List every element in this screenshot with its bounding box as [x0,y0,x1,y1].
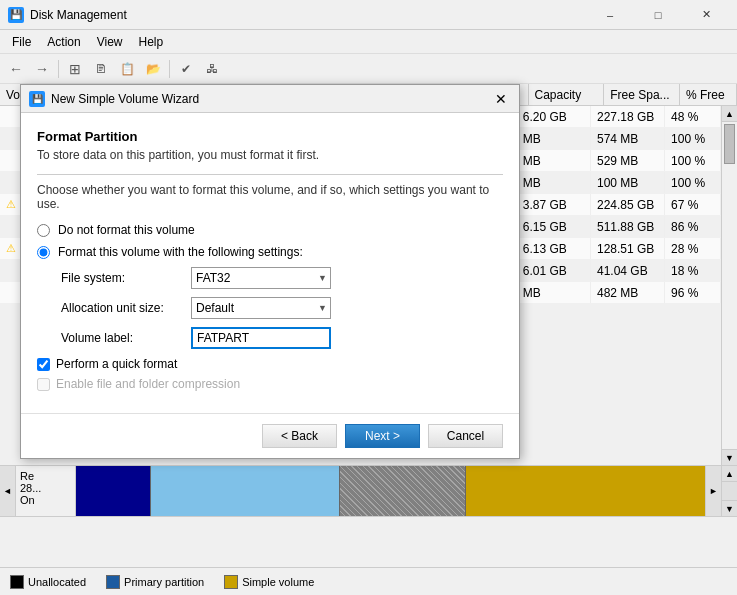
cell-pct: 86 % [665,216,721,237]
table-scrollbar[interactable]: ▲ ▼ [721,106,737,465]
cell-free: 529 MB [591,150,665,171]
legend-label-unallocated: Unallocated [28,576,86,588]
cell-free: 128.51 GB [591,238,665,259]
col-freespace[interactable]: Free Spa... [604,84,680,105]
cell-free: 574 MB [591,128,665,149]
cell-pct: 100 % [665,150,721,171]
app-title: Disk Management [30,8,587,22]
toolbar-btn6[interactable]: 🖧 [200,57,224,81]
scroll-track[interactable] [722,166,737,449]
disk-row: Re 28... On [16,466,705,516]
cell-pct: 48 % [665,106,721,127]
menu-action[interactable]: Action [39,33,88,51]
scroll-down-button[interactable]: ▼ [722,449,737,465]
cell-cap: MB [517,282,591,303]
disk-scroll-right[interactable]: ► [705,466,721,516]
disk-vscroll[interactable]: ▲ ▼ [721,466,737,516]
format-settings: File system: FAT32 NTFS exFAT Allocation… [61,267,503,349]
cell-pct: 96 % [665,282,721,303]
menu-file[interactable]: File [4,33,39,51]
cell-free: 227.18 GB [591,106,665,127]
allocation-select-wrapper: Default 512 1024 2048 4096 [191,297,331,319]
cell-pct: 28 % [665,238,721,259]
toolbar: ← → ⊞ 🖹 📋 📂 ✔ 🖧 [0,54,737,84]
disk-scroll-left[interactable]: ◄ [0,466,16,516]
back-button[interactable]: < Back [262,424,337,448]
radio-no-format-input[interactable] [37,224,50,237]
toolbar-back[interactable]: ← [4,57,28,81]
disk-partitions [76,466,705,516]
legend-simple: Simple volume [224,575,314,589]
cancel-button[interactable]: Cancel [428,424,503,448]
maximize-button[interactable]: □ [635,0,681,30]
col-pctfree[interactable]: % Free [680,84,737,105]
dialog-footer: < Back Next > Cancel [21,413,519,458]
disk-part-2 [151,466,340,516]
legend-unallocated: Unallocated [10,575,86,589]
legend-bar: Unallocated Primary partition Simple vol… [0,567,737,595]
legend-label-simple: Simple volume [242,576,314,588]
legend-box-primary [106,575,120,589]
toolbar-btn1[interactable]: ⊞ [63,57,87,81]
dialog-separator [37,174,503,175]
filesystem-select[interactable]: FAT32 NTFS exFAT [191,267,331,289]
dialog-header: Format Partition To store data on this p… [37,129,503,162]
warning-icon: ⚠ [6,198,16,211]
close-button[interactable]: ✕ [683,0,729,30]
compression-label: Enable file and folder compression [56,377,240,391]
radio-format-label[interactable]: Format this volume with the following se… [58,245,303,259]
toolbar-sep1 [58,60,59,78]
cell-pct: 100 % [665,172,721,193]
dialog-section-desc: To store data on this partition, you mus… [37,148,503,162]
toolbar-btn4[interactable]: 📂 [141,57,165,81]
col-capacity[interactable]: Capacity [529,84,605,105]
cell-free: 511.88 GB [591,216,665,237]
dialog-title: New Simple Volume Wizard [51,92,491,106]
toolbar-sep2 [169,60,170,78]
volume-label-label: Volume label: [61,331,191,345]
toolbar-btn2[interactable]: 🖹 [89,57,113,81]
app-icon: 💾 [8,7,24,23]
window-controls: – □ ✕ [587,0,729,30]
cell-free: 482 MB [591,282,665,303]
toolbar-btn3[interactable]: 📋 [115,57,139,81]
cell-cap: MB [517,128,591,149]
disk-vscroll-track[interactable] [722,482,737,500]
radio-no-format: Do not format this volume [37,223,503,237]
disk-info: 28... [20,482,71,494]
disk-name: Re [20,470,71,482]
warning-icon: ⚠ [6,242,16,255]
menu-view[interactable]: View [89,33,131,51]
disk-label: Re 28... On [16,466,76,516]
legend-box-unallocated [10,575,24,589]
dialog-title-bar: 💾 New Simple Volume Wizard ✕ [21,85,519,113]
cell-cap: 3.87 GB [517,194,591,215]
toolbar-btn5[interactable]: ✔ [174,57,198,81]
disk-vscroll-up[interactable]: ▲ [722,466,737,482]
disk-part-1 [76,466,151,516]
menu-help[interactable]: Help [131,33,172,51]
quick-format-checkbox[interactable] [37,358,50,371]
scroll-up-button[interactable]: ▲ [722,106,737,122]
legend-primary: Primary partition [106,575,204,589]
compression-row: Enable file and folder compression [37,377,503,391]
dialog-section-title: Format Partition [37,129,503,144]
scroll-thumb[interactable] [724,124,735,164]
menu-bar: File Action View Help [0,30,737,54]
next-button[interactable]: Next > [345,424,420,448]
cell-cap: 6.20 GB [517,106,591,127]
disk-area: ◄ Re 28... On ► [0,465,737,595]
cell-cap: 6.01 GB [517,260,591,281]
allocation-select[interactable]: Default 512 1024 2048 4096 [191,297,331,319]
volume-label-input[interactable] [191,327,331,349]
minimize-button[interactable]: – [587,0,633,30]
dialog-close-button[interactable]: ✕ [491,89,511,109]
compression-checkbox [37,378,50,391]
radio-format-input[interactable] [37,246,50,259]
disk-vscroll-down[interactable]: ▼ [722,500,737,516]
quick-format-label[interactable]: Perform a quick format [56,357,177,371]
radio-group: Do not format this volume Format this vo… [37,223,503,259]
toolbar-forward[interactable]: → [30,57,54,81]
dialog-question: Choose whether you want to format this v… [37,183,503,211]
radio-no-format-label[interactable]: Do not format this volume [58,223,195,237]
